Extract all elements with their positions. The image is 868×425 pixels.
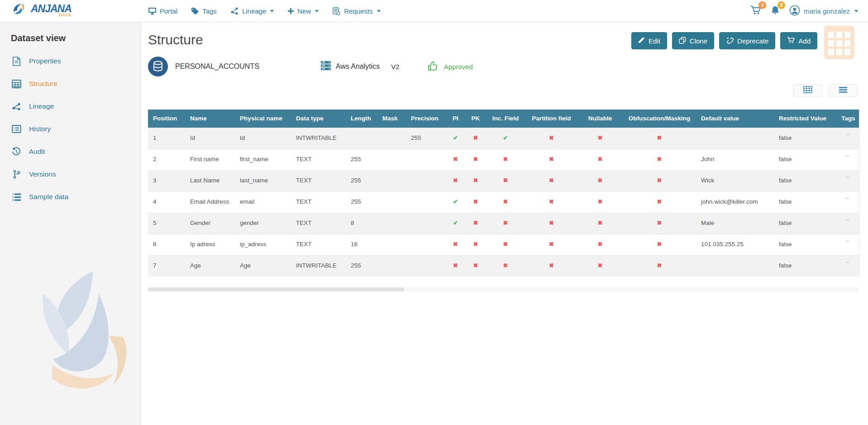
- cross-icon: ✖: [549, 177, 554, 184]
- cell-default_value: John: [696, 149, 774, 170]
- column-header-default_value: Default value: [696, 110, 774, 128]
- column-header-restricted_value: Restricted Value: [774, 110, 836, 128]
- cell-physical_name: email: [235, 191, 291, 213]
- cell-name: First name: [185, 149, 235, 170]
- table-icon: [11, 80, 22, 88]
- sidebar-item-lineage[interactable]: Lineage: [0, 95, 141, 118]
- cross-icon: ✖: [657, 220, 662, 226]
- cross-icon: ✖: [657, 198, 662, 205]
- table-view-button[interactable]: [793, 84, 822, 97]
- cell-data_type: INTWRITABLE: [291, 128, 346, 149]
- cross-icon: ✖: [598, 220, 603, 226]
- tags-placeholder: –: [836, 213, 859, 234]
- sidebar-item-label: Sample data: [29, 193, 68, 201]
- cell-name: Age: [185, 255, 235, 277]
- top-navbar: ANJANA DATA Portal Tags Lineage: [0, 0, 868, 22]
- database-icon: [148, 57, 168, 76]
- cross-icon: ✖: [657, 177, 662, 184]
- cell-inc_field: ✖: [486, 191, 525, 213]
- table-row[interactable]: 4Email AddressemailTEXT255✔✖✖✖✖✖john.wic…: [148, 191, 859, 213]
- cell-inc_field: ✖: [486, 149, 525, 170]
- plus-icon: [287, 8, 294, 14]
- cell-physical_name: last_name: [235, 170, 291, 191]
- cell-restricted_value: false: [774, 213, 836, 234]
- notifications-button[interactable]: 0: [770, 5, 780, 17]
- scrollbar-thumb[interactable]: [148, 287, 404, 291]
- cell-pi: ✔: [445, 213, 466, 234]
- cart-count-badge: 3: [758, 1, 766, 9]
- list-view-button[interactable]: [829, 84, 858, 97]
- cart-button[interactable]: 3: [750, 5, 761, 17]
- cell-restricted_value: false: [774, 170, 836, 191]
- column-header-data_type: Data type: [291, 110, 346, 128]
- lineage-icon: [11, 102, 22, 111]
- platform-name: Aws Analytics: [336, 62, 380, 71]
- add-button[interactable]: Add: [780, 32, 817, 49]
- file-text-icon: [11, 57, 22, 66]
- cell-pk: ✖: [466, 149, 486, 170]
- svg-text:1: 1: [12, 193, 14, 196]
- structure-table: PositionNamePhysical nameData typeLength…: [148, 110, 859, 277]
- column-header-inc_field: Inc. Field: [486, 110, 525, 128]
- cell-length: 255: [346, 170, 377, 191]
- nav-item-portal[interactable]: Portal: [148, 7, 177, 15]
- version-label: V2: [391, 63, 399, 71]
- sidebar-item-history[interactable]: History: [0, 118, 141, 140]
- chevron-down-icon: [854, 10, 858, 12]
- cell-nullable: ✖: [577, 128, 623, 149]
- table-row[interactable]: 5GendergenderTEXT8✔✖✖✖✖✖Malefalse–: [148, 213, 859, 234]
- cell-mask: [377, 213, 406, 234]
- cell-pi: ✖: [445, 149, 466, 170]
- avatar: [789, 5, 800, 17]
- cell-default_value: 101.035.255.25: [696, 234, 774, 255]
- cell-pi: ✔: [445, 191, 466, 213]
- table-row[interactable]: 2First namefirst_nameTEXT255✖✖✖✖✖✖Johnfa…: [148, 149, 859, 170]
- cell-partition_field: ✖: [525, 255, 577, 277]
- cell-nullable: ✖: [577, 149, 623, 170]
- table-row[interactable]: 7AgeAgeINTWRITABLE255✖✖✖✖✖✖false–: [148, 255, 859, 277]
- user-name: maria gonzalez: [804, 7, 850, 15]
- cross-icon: ✖: [657, 262, 662, 269]
- server-icon: [320, 61, 331, 72]
- cell-default_value: Male: [696, 213, 774, 234]
- nav-menu: Portal Tags Lineage New Reques: [148, 0, 381, 22]
- cross-icon: ✖: [549, 220, 554, 226]
- nav-item-lineage[interactable]: Lineage: [230, 7, 274, 15]
- cell-position: 1: [148, 128, 185, 149]
- cell-length: 255: [346, 149, 377, 170]
- app-logo[interactable]: ANJANA DATA: [13, 2, 72, 19]
- monitor-icon: [148, 7, 157, 15]
- table-row[interactable]: 6Ip adressip_adressTEXT16✖✖✖✖✖✖101.035.2…: [148, 234, 859, 255]
- history-clock-icon: [11, 147, 22, 156]
- cross-icon: ✖: [473, 156, 478, 162]
- sidebar-item-audit[interactable]: Audit: [0, 140, 141, 163]
- horizontal-scrollbar[interactable]: [148, 287, 859, 291]
- table-row[interactable]: 3Last Namelast_nameTEXT255✖✖✖✖✖✖Wickfals…: [148, 170, 859, 191]
- nav-item-requests[interactable]: Requests: [332, 7, 380, 15]
- sidebar-item-properties[interactable]: Properties: [0, 50, 141, 72]
- cell-position: 3: [148, 170, 185, 191]
- nav-item-tags[interactable]: Tags: [191, 7, 217, 15]
- cell-pk: ✖: [466, 234, 486, 255]
- sidebar-item-versions[interactable]: Versions: [0, 163, 141, 186]
- cross-icon: ✖: [503, 156, 508, 162]
- sidebar-item-label: Versions: [29, 170, 56, 178]
- nav-item-new[interactable]: New: [287, 7, 319, 15]
- cross-icon: ✖: [473, 262, 478, 269]
- cell-physical_name: gender: [235, 213, 291, 234]
- column-header-mask: Mask: [377, 110, 406, 128]
- sidebar-item-structure[interactable]: Structure: [0, 72, 141, 95]
- cell-mask: [377, 255, 406, 277]
- user-menu[interactable]: maria gonzalez: [789, 5, 858, 17]
- cell-data_type: TEXT: [291, 213, 346, 234]
- lineage-icon: [230, 7, 239, 15]
- clone-button[interactable]: Clone: [672, 32, 714, 49]
- cell-restricted_value: false: [774, 191, 836, 213]
- cell-obfuscation: ✖: [623, 234, 696, 255]
- cell-precision: [406, 213, 445, 234]
- table-row[interactable]: 1IdIdINTWRITABLE255✔✖✔✖✖✖false–: [148, 128, 859, 149]
- deprecate-button[interactable]: Deprecate: [719, 32, 775, 49]
- sidebar-item-sample-data[interactable]: 123 Sample data: [0, 186, 141, 208]
- cell-position: 2: [148, 149, 185, 170]
- edit-button[interactable]: Edit: [631, 32, 667, 49]
